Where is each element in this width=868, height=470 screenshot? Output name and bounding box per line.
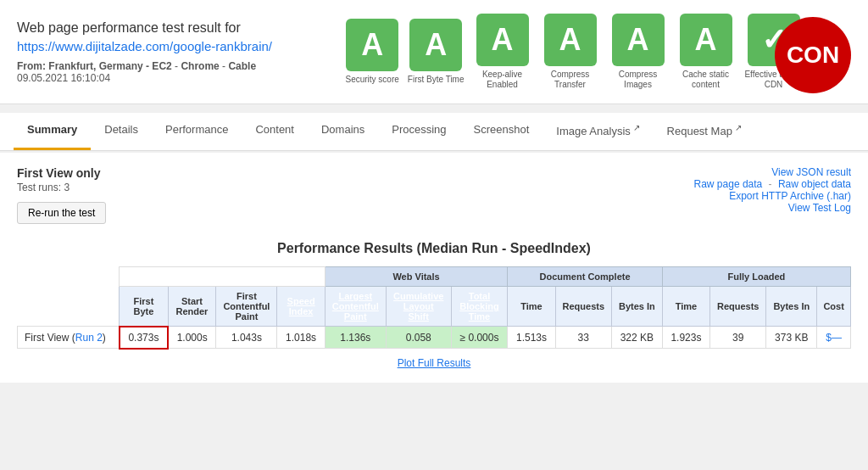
tab-content[interactable]: Content xyxy=(242,113,308,150)
from-label: From: xyxy=(17,60,46,72)
grade-box-first-byte-time: A xyxy=(409,19,462,71)
start-render-value: 1.000s xyxy=(168,327,216,349)
th-doc-requests: Requests xyxy=(555,287,611,327)
th-web-vitals: Web Vitals xyxy=(325,267,508,287)
table-col-headers: FirstByte StartRender FirstContentfulPai… xyxy=(18,287,851,327)
full-bytes-value: 373 KB xyxy=(766,327,817,349)
grade-box-security-score: A xyxy=(346,19,398,71)
th-doc-bytes: Bytes In xyxy=(611,287,662,327)
view-header: First View only Test runs: 3 Re-run the … xyxy=(17,166,851,224)
th-label xyxy=(18,287,120,327)
th-start-render: StartRender xyxy=(168,287,216,327)
th-full-time: Time xyxy=(662,287,709,327)
first-byte-value: 0.373s xyxy=(120,327,168,349)
cost-link[interactable]: $— xyxy=(826,332,842,344)
th-speed-index: SpeedIndex xyxy=(277,287,325,327)
connection-value: Cable xyxy=(228,60,256,72)
test-url-link[interactable]: https://www.dijitalzade.com/google-rankb… xyxy=(17,39,272,53)
external-icon: ↗ xyxy=(732,123,742,132)
tab-details[interactable]: Details xyxy=(91,113,152,150)
grade-label-security-score: Security score xyxy=(345,75,398,85)
raw-object-link[interactable]: Raw object data xyxy=(778,178,851,190)
tab-image-analysis[interactable]: Image Analysis ↗ xyxy=(542,113,653,150)
browser-value: Chrome xyxy=(181,60,219,72)
nav-tabs: SummaryDetailsPerformanceContentDomainsP… xyxy=(0,113,868,151)
results-title: Performance Results (Median Run - SpeedI… xyxy=(17,241,851,256)
export-http-link[interactable]: Export HTTP Archive (.har) xyxy=(729,190,851,202)
grade-box-compress-transfer: A xyxy=(544,14,597,66)
grades-section: A Security score A First Byte Time A Kee… xyxy=(298,14,851,90)
con-badge: CON xyxy=(775,17,851,93)
grade-box-cache-static: A xyxy=(680,14,732,66)
th-lcp: LargestContentfulPaint xyxy=(325,287,386,327)
grade-label-first-byte-time: First Byte Time xyxy=(408,75,465,85)
tab-processing[interactable]: Processing xyxy=(378,113,459,150)
th-cost: Cost xyxy=(817,287,851,327)
th-fully-loaded: Fully Loaded xyxy=(662,267,850,287)
test-date: 09.05.2021 16:10:04 xyxy=(17,72,272,84)
view-json-link[interactable]: View JSON result xyxy=(771,166,851,178)
doc-time-value: 1.513s xyxy=(508,327,555,349)
th-doc-complete: Document Complete xyxy=(508,267,662,287)
view-title: First View only xyxy=(17,166,106,180)
page-title: Web page performance test result for xyxy=(17,20,272,36)
th-full-requests: Requests xyxy=(710,287,766,327)
grade-item-first-byte-time: A First Byte Time xyxy=(408,19,465,85)
tab-screenshot[interactable]: Screenshot xyxy=(460,113,543,150)
grade-item-compress-images: A Compress Images xyxy=(609,14,668,90)
plot-link-section: Plot Full Results xyxy=(17,356,851,369)
speed-index-value: 1.018s xyxy=(277,327,325,349)
fcp-value: 1.043s xyxy=(216,327,277,349)
full-requests-value: 39 xyxy=(710,327,766,349)
grade-item-compress-transfer: A Compress Transfer xyxy=(541,14,600,90)
main-content: First View only Test runs: 3 Re-run the … xyxy=(0,153,868,383)
full-time-value: 1.923s xyxy=(662,327,709,349)
view-links: View JSON result Raw page data - Raw obj… xyxy=(694,166,851,214)
test-runs: Test runs: 3 xyxy=(17,182,106,193)
th-empty-group xyxy=(120,267,326,287)
th-tbt: TotalBlockingTime xyxy=(451,287,508,327)
grade-label-keep-alive: Keep-alive Enabled xyxy=(473,70,532,90)
table-row: First View (Run 2) 0.373s 1.000s 1.043s … xyxy=(18,327,851,349)
grade-label-compress-transfer: Compress Transfer xyxy=(541,70,600,90)
tab-request-map[interactable]: Request Map ↗ xyxy=(654,113,755,150)
th-first-byte: FirstByte xyxy=(120,287,168,327)
separator: - xyxy=(769,178,775,190)
th-fcp: FirstContentfulPaint xyxy=(216,287,277,327)
th-doc-time: Time xyxy=(508,287,555,327)
grade-box-compress-images: A xyxy=(612,14,665,66)
grade-box-keep-alive: A xyxy=(476,14,529,66)
row-label: First View (Run 2) xyxy=(18,327,120,349)
table-group-header: Web Vitals Document Complete Fully Loade… xyxy=(18,267,851,287)
empty-th xyxy=(18,267,120,287)
raw-page-link[interactable]: Raw page data xyxy=(694,178,763,190)
external-icon: ↗ xyxy=(631,123,640,132)
results-table: Web Vitals Document Complete Fully Loade… xyxy=(17,266,851,350)
test-info: Web page performance test result for htt… xyxy=(17,20,272,84)
view-info: First View only Test runs: 3 Re-run the … xyxy=(17,166,106,224)
top-section: Web page performance test result for htt… xyxy=(0,0,868,104)
from-info: From: Frankfurt, Germany - EC2 - Chrome … xyxy=(17,60,272,72)
tab-summary[interactable]: Summary xyxy=(14,113,91,150)
grade-label-cache-static: Cache static content xyxy=(676,70,736,90)
grade-item-keep-alive: A Keep-alive Enabled xyxy=(473,14,532,90)
tab-domains[interactable]: Domains xyxy=(308,113,378,150)
from-value: Frankfurt, Germany - EC2 xyxy=(48,60,171,72)
rerun-button[interactable]: Re-run the test xyxy=(17,202,106,224)
view-log-link[interactable]: View Test Log xyxy=(788,202,851,214)
plot-full-link[interactable]: Plot Full Results xyxy=(398,357,471,369)
grade-item-cache-static: A Cache static content xyxy=(676,14,736,90)
tbt-value: ≥ 0.000s xyxy=(451,327,508,349)
cost-value: $— xyxy=(817,327,851,349)
tab-performance[interactable]: Performance xyxy=(152,113,242,150)
cls-value: 0.058 xyxy=(386,327,451,349)
th-full-bytes: Bytes In xyxy=(766,287,817,327)
run-link[interactable]: Run 2 xyxy=(75,332,103,344)
grade-label-compress-images: Compress Images xyxy=(609,70,668,90)
th-cls: CumulativeLayoutShift xyxy=(386,287,451,327)
doc-requests-value: 33 xyxy=(555,327,611,349)
grade-item-security-score: A Security score xyxy=(345,19,398,85)
lcp-value: 1.136s xyxy=(325,327,386,349)
doc-bytes-value: 322 KB xyxy=(611,327,662,349)
